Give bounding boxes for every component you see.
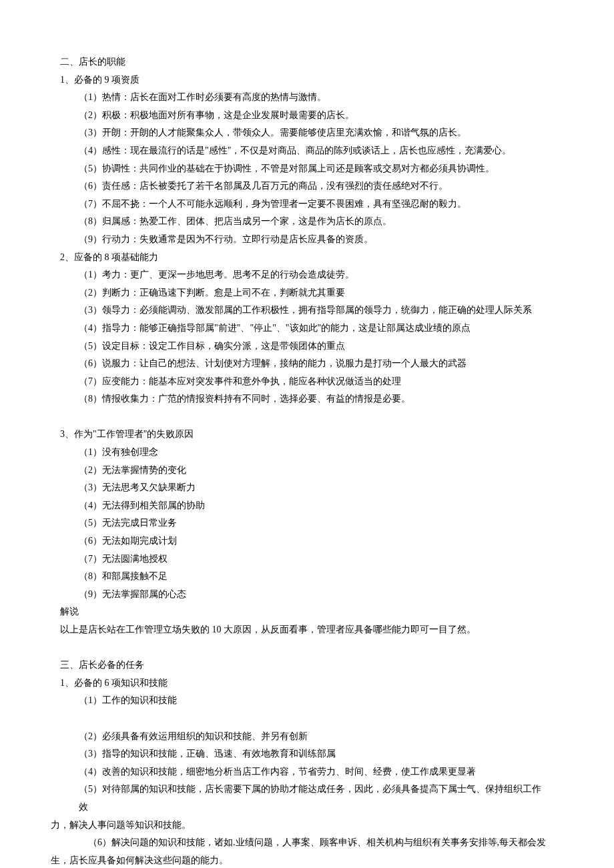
- s2-p1-item-5: （5）协调性：共同作业的基础在于协调性，不管是对部属上司还是顾客或交易对方都必须…: [60, 160, 547, 178]
- s3-p1-item-6a: （6）解决问题的知识和技能，诸如.业绩问题，人事案、顾客申诉、相关机构与组织有关…: [60, 834, 547, 852]
- s2-p1-item-8: （8）归属感：热爱工作、团体、把店当成另一个家，这是作为店长的原点。: [60, 213, 547, 231]
- s2-p3-item-1: （1）没有独创理念: [60, 444, 547, 462]
- s2-p2-item-7: （7）应变能力：能基本应对突发事件和意外争执，能应各种状况做适当的处理: [60, 373, 547, 391]
- s3-p1-title: 1、必备的 6 项知识和技能: [60, 675, 547, 693]
- s2-p1-item-9: （9）行动力：失败通常是因为不行动。立即行动是店长应具备的资质。: [60, 231, 547, 249]
- s2-p1-item-1: （1）热情：店长在面对工作时必须要有高度的热情与激情。: [60, 89, 547, 107]
- s2-p1-item-2: （2）积极：积极地面对所有事物，这是企业发展时最需要的店长。: [60, 107, 547, 125]
- s3-p1-item-1: （1）工作的知识和技能: [60, 692, 547, 710]
- s2-p1-item-3: （3）开朗：开朗的人才能聚集众人，带领众人。需要能够使店里充满欢愉，和谐气氛的店…: [60, 124, 547, 142]
- s2-p2-title: 2、应备的 8 项基础能力: [60, 249, 547, 267]
- section-2-title: 二、店长的职能: [60, 53, 547, 71]
- s2-p2-item-2: （2）判断力：正确迅速下判断。愈是上司不在，判断就尤其重要: [60, 284, 547, 302]
- s2-p3-item-5: （5）无法完成日常业务: [60, 514, 547, 532]
- s2-p2-item-6: （6）说服力：让自己的想法、计划使对方理解，接纳的能力，说服力是打动一个人最大的…: [60, 355, 547, 373]
- s2-p2-item-8: （8）情报收集力：广范的情报资料持有不同时，选择必要、有益的情报是必要。: [60, 390, 547, 408]
- s3-p1-item-2: （2）必须具备有效运用组织的知识和技能、并另有创新: [60, 728, 547, 746]
- s3-p1-item-5b: 力，解决人事问题等知识和技能。: [51, 817, 547, 835]
- s3-p1-item-5a: （5）对待部属的知识和技能，店长需要下属的协助才能达成任务，因此，必须具备提高下…: [60, 781, 547, 816]
- s2-p2-item-5: （5）设定目标：设定工作目标，确实分派，这是带领团体的重点: [60, 338, 547, 356]
- s2-p3-item-7: （7）无法圆满地授权: [60, 550, 547, 568]
- s2-p3-item-3: （3）无法思考又欠缺果断力: [60, 479, 547, 497]
- s2-p1-item-6: （6）责任感：店长被委托了若干名部属及几百万元的商品，没有强烈的责任感绝对不行。: [60, 177, 547, 195]
- s2-p1-title: 1、必备的 9 项资质: [60, 71, 547, 89]
- s2-p3-item-8: （8）和部属接触不足: [60, 568, 547, 586]
- s3-p1-item-4: （4）改善的知识和技能，细密地分析当店工作内容，节省劳力、时间、经费，使工作成果…: [60, 763, 547, 781]
- s2-p3-item-9: （9）无法掌握部属的心态: [60, 586, 547, 604]
- s2-p2-item-1: （1）考力：更广、更深一步地思考。思考不足的行动会造成徒劳。: [60, 266, 547, 284]
- s2-p3-item-6: （6）无法如期完成计划: [60, 532, 547, 550]
- section-3-title: 三、店长必备的任务: [60, 657, 547, 675]
- s2-p3-explain-text: 以上是店长站在工作管理立场失败的 10 大原因，从反面看事，管理者应具备哪些能力…: [60, 621, 547, 639]
- s3-p1-item-3: （3）指导的知识和技能，正确、迅速、有效地教育和训练部属: [60, 745, 547, 763]
- s2-p3-item-4: （4）无法得到相关部属的协助: [60, 497, 547, 515]
- s2-p1-item-7: （7）不屈不挠：一个人不可能永远顺利，身为管理者一定要不畏困难，具有坚强忍耐的毅…: [60, 195, 547, 213]
- s3-p1-item-6b: 生，店长应具备如何解决这些问题的能力。: [51, 852, 547, 868]
- s2-p3-explain-label: 解说: [60, 603, 547, 621]
- s2-p3-item-2: （2）无法掌握情势的变化: [60, 462, 547, 480]
- s2-p2-item-3: （3）领导力：必须能调动、激发部属的工作积极性，拥有指导部属的领导力，统御力，能…: [60, 302, 547, 320]
- s2-p1-item-4: （4）感性：现在最流行的话是"感性"，不仅是对商品、商品的陈列或谈话上，店长也应…: [60, 142, 547, 160]
- s2-p2-item-4: （4）指导力：能够正确指导部属"前进"、"停止"、"该如此"的能力，这是让部属达…: [60, 320, 547, 338]
- s2-p3-title: 3、作为"工作管理者"的失败原因: [60, 426, 547, 444]
